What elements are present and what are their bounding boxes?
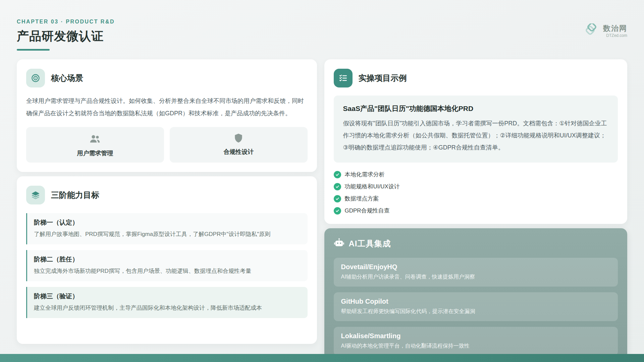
- tier-description: 了解用户故事地图、PRD撰写规范，掌握Figma原型设计工具，了解GDPR中"设…: [34, 230, 301, 239]
- deliverable-checklist: 本地化需求分析 功能规格和UI/UX设计 数据埋点方案: [334, 171, 618, 215]
- bottom-accent-bar: [0, 354, 644, 362]
- core-scenario-description: 全球用户需求管理与产品合规性设计。如何收集、分析并整合来自全球不同市场的用户需求…: [26, 95, 308, 120]
- tier-title: 阶梯二（胜任）: [34, 255, 301, 264]
- check-circle-icon: [334, 171, 341, 178]
- capability-header: 三阶能力目标: [26, 186, 308, 204]
- capability-card: 三阶能力目标 阶梯一（认定） 了解用户故事地图、PRD撰写规范，掌握Figma原…: [17, 176, 317, 344]
- core-scenario-title: 核心场景: [51, 73, 83, 83]
- checklist-icon: [334, 69, 353, 87]
- checklist-label: 本地化需求分析: [345, 171, 385, 178]
- title-underline: [17, 49, 50, 51]
- ai-tools-header: AI工具集成: [334, 238, 618, 250]
- checklist-item: 数据埋点方案: [334, 195, 618, 202]
- page-title: 产品研发微认证: [17, 28, 115, 45]
- checklist-label: 功能规格和UI/UX设计: [345, 183, 400, 190]
- shield-icon: [233, 133, 244, 145]
- project-description: 假设将现有"团队日历"功能引入德国市场，学习者需撰写一份PRD。文档需包含：①针…: [343, 117, 608, 154]
- tier-item-3: 阶梯三（验证） 建立全球用户反馈闭环管理机制，主导产品国际化和本地化架构设计，降…: [26, 287, 308, 318]
- project-brief: SaaS产品"团队日历"功能德国本地化PRD 假设将现有"团队日历"功能引入德国…: [334, 96, 618, 163]
- tool-card-copilot: GitHub Copilot 帮助研发工程师更快编写国际化代码，提示潜在安全漏洞: [334, 292, 618, 321]
- checklist-item: 本地化需求分析: [334, 171, 618, 178]
- ai-tools-title: AI工具集成: [349, 238, 391, 249]
- checklist-item: GDPR合规性自查: [334, 207, 618, 215]
- tier-item-1: 阶梯一（认定） 了解用户故事地图、PRD撰写规范，掌握Figma原型设计工具，了…: [26, 213, 308, 244]
- tool-card-lokalise: Lokalise/Smartling AI驱动的本地化管理平台，自动化翻译流程保…: [334, 327, 618, 356]
- brand-logo-icon: [584, 23, 600, 39]
- tier-description: 独立完成海外市场新功能PRD撰写，包含用户场景、功能逻辑、数据埋点和合规性考量: [34, 266, 301, 276]
- tool-description: 帮助研发工程师更快编写国际化代码，提示潜在安全漏洞: [341, 308, 610, 315]
- tag-compliance: 合规性设计: [170, 127, 308, 163]
- capability-title: 三阶能力目标: [51, 190, 99, 200]
- check-circle-icon: [334, 207, 341, 215]
- scenario-tags: 用户需求管理 合规性设计: [26, 127, 308, 163]
- tier-description: 建立全球用户反馈闭环管理机制，主导产品国际化和本地化架构设计，降低新市场适配成本: [34, 303, 301, 313]
- content-grid: 核心场景 全球用户需求管理与产品合规性设计。如何收集、分析并整合来自全球不同市场…: [17, 59, 627, 362]
- tool-description: AI驱动的本地化管理平台，自动化翻译流程保持一致性: [341, 343, 610, 350]
- tier-title: 阶梯三（验证）: [34, 292, 301, 301]
- chapter-label: CHAPTER 03 · PRODUCT R&D: [17, 19, 115, 25]
- checklist-label: GDPR合规性自查: [345, 207, 390, 215]
- tool-name: Dovetail/EnjoyHQ: [341, 263, 610, 271]
- brand-domain: DTZed.com: [606, 34, 627, 38]
- checklist-item: 功能规格和UI/UX设计: [334, 183, 618, 190]
- tier-title: 阶梯一（认定）: [34, 218, 301, 227]
- page-header: CHAPTER 03 · PRODUCT R&D 产品研发微认证 数治网 DTZ…: [17, 19, 627, 51]
- layers-icon: [26, 186, 45, 204]
- project-name: SaaS产品"团队日历"功能德国本地化PRD: [343, 104, 608, 113]
- right-column: 实操项目示例 SaaS产品"团队日历"功能德国本地化PRD 假设将现有"团队日历…: [324, 59, 627, 362]
- core-scenario-header: 核心场景: [26, 69, 308, 87]
- tool-description: AI辅助分析用户访谈录音、问卷调查，快速提炼用户洞察: [341, 274, 610, 281]
- tag-label: 用户需求管理: [77, 149, 113, 157]
- core-scenario-card: 核心场景 全球用户需求管理与产品合规性设计。如何收集、分析并整合来自全球不同市场…: [17, 59, 317, 172]
- check-circle-icon: [334, 195, 341, 202]
- tool-name: Lokalise/Smartling: [341, 332, 610, 340]
- checklist-label: 数据埋点方案: [345, 195, 379, 202]
- brand-name: 数治网: [603, 24, 627, 33]
- tag-user-needs: 用户需求管理: [26, 127, 164, 163]
- ai-tools-panel: AI工具集成 Dovetail/EnjoyHQ AI辅助分析用户访谈录音、问卷调…: [324, 228, 627, 362]
- left-column: 核心场景 全球用户需求管理与产品合规性设计。如何收集、分析并整合来自全球不同市场…: [17, 59, 317, 344]
- project-title: 实操项目示例: [359, 73, 407, 83]
- tool-name: GitHub Copilot: [341, 298, 610, 305]
- tool-card-dovetail: Dovetail/EnjoyHQ AI辅助分析用户访谈录音、问卷调查，快速提炼用…: [334, 258, 618, 287]
- project-header: 实操项目示例: [334, 69, 618, 87]
- brand-logo-text: 数治网 DTZed.com: [603, 24, 627, 38]
- users-icon: [89, 133, 101, 146]
- tag-label: 合规性设计: [223, 148, 254, 156]
- check-circle-icon: [334, 183, 341, 190]
- robot-icon: [334, 238, 344, 250]
- brand-logo[interactable]: 数治网 DTZed.com: [584, 23, 627, 39]
- slide-page: CHAPTER 03 · PRODUCT R&D 产品研发微认证 数治网 DTZ…: [0, 0, 644, 362]
- tier-item-2: 阶梯二（胜任） 独立完成海外市场新功能PRD撰写，包含用户场景、功能逻辑、数据埋…: [26, 250, 308, 281]
- tier-list: 阶梯一（认定） 了解用户故事地图、PRD撰写规范，掌握Figma原型设计工具，了…: [26, 213, 308, 318]
- target-icon: [26, 69, 45, 87]
- project-example-card: 实操项目示例 SaaS产品"团队日历"功能德国本地化PRD 假设将现有"团队日历…: [324, 59, 627, 224]
- header-titles: CHAPTER 03 · PRODUCT R&D 产品研发微认证: [17, 19, 115, 51]
